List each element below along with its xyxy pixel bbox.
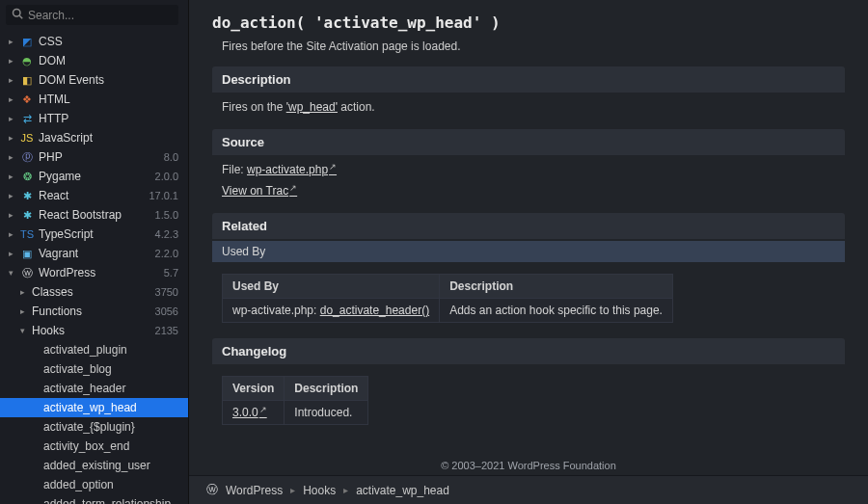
sidebar-item-hook[interactable]: added_option bbox=[0, 475, 188, 494]
svg-point-0 bbox=[14, 10, 21, 17]
source-file-link[interactable]: wp-activate.php bbox=[247, 163, 336, 176]
sidebar-item-label: activate_{$plugin} bbox=[43, 420, 178, 434]
desc-suffix: action. bbox=[338, 100, 375, 114]
ts-icon: TS bbox=[20, 227, 34, 241]
changelog-desc: Introduced. bbox=[285, 401, 368, 425]
search-box[interactable] bbox=[6, 5, 178, 25]
section-related-head: Related bbox=[212, 213, 845, 239]
sidebar-item-classes[interactable]: ▸Classes3750 bbox=[0, 282, 188, 302]
vag-icon: ▣ bbox=[20, 247, 34, 260]
wordpress-icon: ⓦ bbox=[206, 482, 218, 498]
sidebar-item-badge: 8.0 bbox=[164, 151, 178, 163]
caret-icon: ▸ bbox=[6, 229, 15, 239]
sidebar-item-badge: 5.7 bbox=[164, 267, 178, 279]
sidebar-item-badge: 3750 bbox=[155, 286, 178, 298]
search-input[interactable] bbox=[28, 9, 173, 22]
sidebar-item-html[interactable]: ▸❖HTML bbox=[0, 90, 188, 109]
changelog-version-link[interactable]: 3.0.0 bbox=[232, 406, 266, 419]
caret-icon: ▸ bbox=[6, 210, 15, 220]
sidebar-item-hooks[interactable]: ▾Hooks2135 bbox=[0, 321, 188, 340]
subsection-usedby: Used By bbox=[212, 241, 845, 262]
caret-icon: ▸ bbox=[6, 56, 15, 66]
view-on-trac-link[interactable]: View on Trac bbox=[222, 184, 296, 198]
sidebar-item-hook[interactable]: added_existing_user bbox=[0, 456, 188, 475]
js-icon: JS bbox=[20, 131, 34, 145]
changelog-th-1: Description bbox=[285, 377, 368, 401]
caret-icon: ▸ bbox=[6, 75, 15, 85]
sidebar-item-hook[interactable]: activate_wp_head bbox=[0, 398, 188, 417]
sidebar-tree: ▸◩CSS▸◓DOM▸◧DOM Events▸❖HTML▸⇄HTTP▸JSJav… bbox=[0, 31, 188, 504]
sidebar-item-dom-events[interactable]: ▸◧DOM Events bbox=[0, 70, 188, 90]
sidebar-item-react-bootstrap[interactable]: ▸✱React Bootstrap1.5.0 bbox=[0, 205, 188, 225]
sidebar-item-wordpress[interactable]: ▾ⓦWordPress5.7 bbox=[0, 263, 188, 282]
sidebar-item-react[interactable]: ▸✱React17.0.1 bbox=[0, 186, 188, 205]
caret-icon: ▸ bbox=[17, 306, 27, 316]
sidebar-item-label: DOM bbox=[39, 54, 178, 67]
caret-icon: ▸ bbox=[17, 287, 27, 297]
sidebar-item-javascript[interactable]: ▸JSJavaScript bbox=[0, 128, 188, 147]
sidebar-item-label: activate_blog bbox=[43, 362, 178, 376]
breadcrumb: ⓦ WordPress ▸ Hooks ▸ activate_wp_head bbox=[189, 475, 868, 504]
sidebar-item-http[interactable]: ▸⇄HTTP bbox=[0, 109, 188, 128]
sidebar-item-label: activate_header bbox=[43, 382, 178, 395]
sidebar-item-vagrant[interactable]: ▸▣Vagrant2.2.0 bbox=[0, 244, 188, 263]
sidebar-item-typescript[interactable]: ▸TSTypeScript4.2.3 bbox=[0, 225, 188, 244]
usedby-body: Used By Description wp-activate.php: do_… bbox=[212, 262, 845, 332]
usedby-prefix: wp-activate.php: bbox=[232, 304, 320, 317]
sidebar-item-label: activity_box_end bbox=[43, 439, 178, 453]
sidebar-item-label: React bbox=[39, 189, 144, 202]
sidebar-item-dom[interactable]: ▸◓DOM bbox=[0, 51, 188, 70]
sidebar-item-pygame[interactable]: ▸❂Pygame2.0.0 bbox=[0, 167, 188, 186]
footer-line1: © 2003–2021 WordPress Foundation bbox=[212, 458, 845, 474]
sidebar-item-hook[interactable]: activate_blog bbox=[0, 359, 188, 379]
usedby-table: Used By Description wp-activate.php: do_… bbox=[222, 274, 673, 323]
sidebar-item-label: Vagrant bbox=[39, 247, 150, 260]
sidebar-item-label: Pygame bbox=[39, 170, 150, 183]
caret-icon: ▸ bbox=[6, 133, 15, 143]
sidebar-item-badge: 17.0.1 bbox=[149, 190, 178, 201]
sidebar-item-badge: 1.5.0 bbox=[155, 209, 178, 221]
sidebar-item-label: React Bootstrap bbox=[39, 208, 150, 222]
sidebar-item-badge: 3056 bbox=[155, 305, 178, 317]
http-icon: ⇄ bbox=[20, 112, 34, 125]
breadcrumb-item[interactable]: activate_wp_head bbox=[356, 484, 449, 497]
sidebar-item-hook[interactable]: activity_box_end bbox=[0, 437, 188, 456]
sidebar-item-label: added_term_relationship bbox=[43, 497, 178, 504]
sidebar-item-label: DOM Events bbox=[39, 73, 178, 87]
de-icon: ◧ bbox=[20, 73, 34, 87]
caret-icon: ▸ bbox=[6, 172, 15, 181]
breadcrumb-item[interactable]: WordPress bbox=[226, 484, 283, 497]
sidebar-item-hook[interactable]: activate_header bbox=[0, 379, 188, 398]
py-icon: ❂ bbox=[20, 170, 34, 183]
desc-wp-head-link[interactable]: 'wp_head' bbox=[286, 100, 338, 114]
chevron-right-icon: ▸ bbox=[343, 485, 348, 495]
sidebar-item-hook[interactable]: activated_plugin bbox=[0, 340, 188, 359]
sidebar-item-functions[interactable]: ▸Functions3056 bbox=[0, 302, 188, 321]
sidebar-item-hook[interactable]: added_term_relationship bbox=[0, 494, 188, 504]
caret-icon: ▸ bbox=[6, 37, 15, 46]
section-changelog-head: Changelog bbox=[212, 338, 845, 364]
sidebar-item-label: added_option bbox=[43, 478, 178, 491]
changelog-table: Version Description 3.0.0 Introduced. bbox=[222, 376, 368, 425]
sidebar-item-php[interactable]: ▸ⓟPHP8.0 bbox=[0, 147, 188, 167]
sidebar-item-badge: 2.0.0 bbox=[155, 171, 178, 182]
file-label: File: bbox=[222, 163, 247, 176]
page-title: do_action( 'activate_wp_head' ) bbox=[212, 13, 845, 32]
changelog-body: Version Description 3.0.0 Introduced. bbox=[212, 364, 845, 435]
html-icon: ❖ bbox=[20, 93, 34, 106]
usedby-th-0: Used By bbox=[223, 275, 440, 299]
sidebar-item-css[interactable]: ▸◩CSS bbox=[0, 32, 188, 51]
section-description-body: Fires on the 'wp_head' action. bbox=[212, 93, 845, 123]
sidebar-item-label: Hooks bbox=[32, 324, 150, 337]
sidebar-item-badge: 2.2.0 bbox=[155, 248, 178, 259]
react-icon: ✱ bbox=[20, 189, 34, 202]
css-icon: ◩ bbox=[20, 35, 34, 48]
sidebar-item-label: activated_plugin bbox=[43, 343, 178, 357]
sidebar-item-label: HTTP bbox=[39, 112, 178, 125]
sidebar-item-label: JavaScript bbox=[39, 131, 178, 145]
breadcrumb-item[interactable]: Hooks bbox=[303, 484, 336, 497]
main: do_action( 'activate_wp_head' ) Fires be… bbox=[189, 0, 868, 504]
sidebar-item-label: added_existing_user bbox=[43, 459, 178, 472]
sidebar-item-hook[interactable]: activate_{$plugin} bbox=[0, 417, 188, 437]
usedby-fn-link[interactable]: do_activate_header() bbox=[320, 304, 429, 317]
